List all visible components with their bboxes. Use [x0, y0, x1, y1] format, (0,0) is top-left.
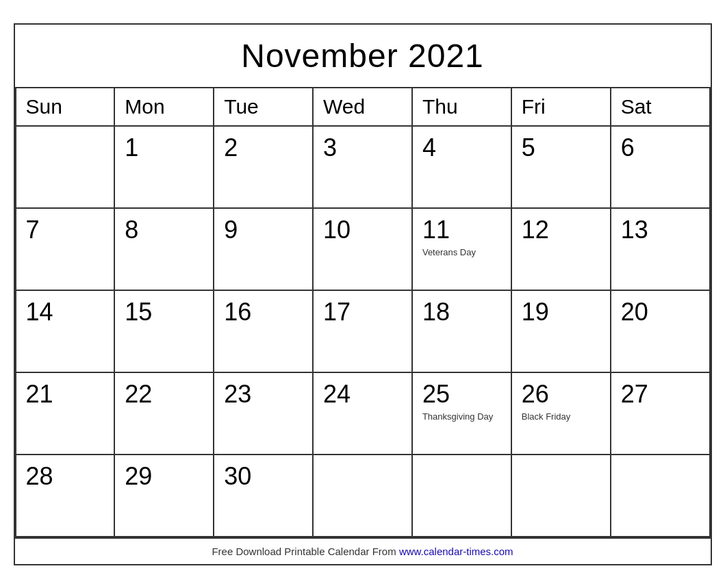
day-number: 11 — [422, 216, 501, 244]
footer-link[interactable]: www.calendar-times.com — [399, 546, 513, 557]
day-cell: 12 — [512, 209, 611, 291]
day-cell: 26Black Friday — [512, 373, 611, 455]
day-number: 3 — [323, 133, 402, 162]
day-number: 16 — [224, 298, 303, 327]
day-cell: 11Veterans Day — [413, 209, 512, 291]
holiday-label: Veterans Day — [422, 247, 501, 259]
day-number: 13 — [621, 216, 700, 244]
day-cell: 27 — [611, 373, 711, 455]
day-cell — [611, 455, 711, 537]
day-number: 28 — [26, 462, 105, 491]
day-cell: 6 — [611, 127, 711, 209]
day-cell: 9 — [214, 209, 314, 291]
day-cell: 19 — [512, 291, 611, 373]
day-number: 12 — [522, 216, 600, 244]
holiday-label: Black Friday — [522, 411, 600, 423]
day-cell: 18 — [413, 291, 512, 373]
day-number: 6 — [621, 133, 700, 162]
day-cell: 24 — [314, 373, 413, 455]
day-number: 24 — [323, 380, 402, 409]
day-number: 1 — [125, 133, 203, 162]
day-number: 19 — [522, 298, 600, 327]
calendar-title: November 2021 — [15, 25, 711, 88]
day-cell: 17 — [314, 291, 413, 373]
day-header-sun: Sun — [16, 88, 116, 127]
day-cell: 5 — [512, 127, 611, 209]
day-header-thu: Thu — [413, 88, 512, 127]
day-cell: 21 — [16, 373, 116, 455]
day-number: 7 — [26, 216, 105, 244]
day-number: 23 — [224, 380, 303, 409]
day-cell — [512, 455, 611, 537]
day-number: 17 — [323, 298, 402, 327]
day-number: 27 — [621, 380, 700, 409]
holiday-label: Thanksgiving Day — [422, 411, 501, 423]
day-number: 10 — [323, 216, 402, 244]
day-cell: 30 — [214, 455, 314, 537]
day-cell: 15 — [115, 291, 214, 373]
day-number: 8 — [125, 216, 203, 244]
day-number: 18 — [422, 298, 501, 327]
day-cell: 1 — [115, 127, 214, 209]
day-cell: 4 — [413, 127, 512, 209]
day-cell: 2 — [214, 127, 314, 209]
day-cell — [314, 455, 413, 537]
day-number: 25 — [422, 380, 501, 409]
day-cell: 16 — [214, 291, 314, 373]
calendar-container: November 2021 SunMonTueWedThuFriSat12345… — [14, 23, 712, 565]
calendar-grid: SunMonTueWedThuFriSat1234567891011Vetera… — [15, 88, 711, 537]
day-number: 29 — [125, 462, 203, 491]
day-number: 26 — [522, 380, 600, 409]
day-header-wed: Wed — [314, 88, 413, 127]
day-header-fri: Fri — [512, 88, 611, 127]
day-header-sat: Sat — [611, 88, 711, 127]
day-cell: 20 — [611, 291, 711, 373]
day-cell: 28 — [16, 455, 116, 537]
day-cell: 22 — [115, 373, 214, 455]
day-cell: 14 — [16, 291, 116, 373]
day-number: 22 — [125, 380, 203, 409]
day-header-tue: Tue — [214, 88, 314, 127]
day-number: 14 — [26, 298, 105, 327]
day-cell: 13 — [611, 209, 711, 291]
day-cell: 25Thanksgiving Day — [413, 373, 512, 455]
day-number: 5 — [522, 133, 600, 162]
day-number: 9 — [224, 216, 303, 244]
calendar-footer: Free Download Printable Calendar From ww… — [15, 537, 711, 564]
day-number: 21 — [26, 380, 105, 409]
day-cell: 23 — [214, 373, 314, 455]
day-cell: 10 — [314, 209, 413, 291]
day-number: 4 — [422, 133, 501, 162]
day-number: 2 — [224, 133, 303, 162]
day-number: 30 — [224, 462, 303, 491]
day-cell: 7 — [16, 209, 116, 291]
day-number: 15 — [125, 298, 203, 327]
day-cell: 29 — [115, 455, 214, 537]
day-number: 20 — [621, 298, 700, 327]
day-cell: 3 — [314, 127, 413, 209]
day-cell — [16, 127, 116, 209]
day-cell — [413, 455, 512, 537]
day-cell: 8 — [115, 209, 214, 291]
day-header-mon: Mon — [115, 88, 214, 127]
